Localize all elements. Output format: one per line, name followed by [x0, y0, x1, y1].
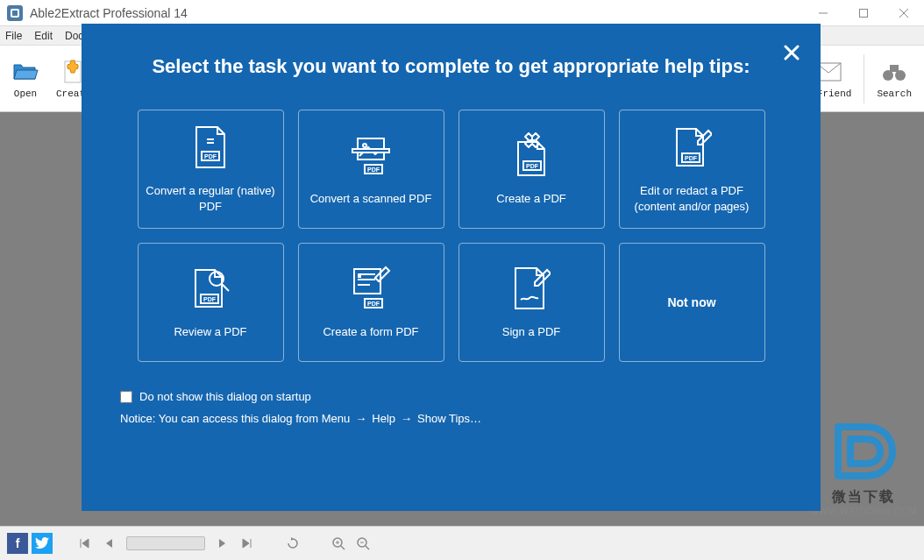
zoom-in-button[interactable] [328, 533, 349, 554]
tile-convert-scanned-pdf[interactable]: PDF Convert a scanned PDF [298, 110, 444, 229]
svg-text:PDF: PDF [685, 155, 698, 161]
next-page-button[interactable] [212, 533, 233, 554]
toolbar-open[interactable]: Open [4, 55, 47, 103]
menu-file[interactable]: File [5, 30, 22, 42]
close-button[interactable] [884, 0, 924, 26]
svg-rect-1 [12, 11, 18, 16]
first-page-button[interactable] [74, 533, 95, 554]
window-title: Able2Extract Professional 14 [30, 6, 803, 20]
toolbar-search[interactable]: Search [868, 55, 920, 103]
svg-rect-25 [352, 149, 389, 152]
svg-rect-3 [860, 9, 868, 17]
page-scrollbar[interactable] [126, 536, 205, 550]
svg-text:PDF: PDF [367, 301, 380, 307]
twitter-button[interactable] [32, 533, 53, 554]
prev-page-button[interactable] [98, 533, 119, 554]
zoom-out-button[interactable] [352, 533, 373, 554]
tile-create-form-pdf[interactable]: PDF Create a form PDF [298, 243, 444, 362]
dialog-heading: Select the task you want to complete to … [120, 55, 782, 78]
form-pdf-icon: PDF [349, 265, 393, 312]
pdf-document-icon: PDF [193, 124, 228, 171]
svg-line-13 [341, 546, 345, 549]
dialog-close-button[interactable] [784, 41, 800, 66]
tile-not-now[interactable]: Not now [619, 243, 765, 362]
rotate-button[interactable] [282, 533, 303, 554]
statusbar: f [0, 526, 924, 560]
task-selector-dialog: Select the task you want to complete to … [82, 24, 821, 511]
svg-text:PDF: PDF [367, 167, 380, 173]
svg-line-17 [366, 546, 369, 549]
svg-point-24 [363, 144, 366, 147]
scanned-pdf-icon: PDF [349, 131, 393, 179]
svg-line-37 [222, 284, 229, 291]
tile-convert-regular-pdf[interactable]: PDF Convert a regular (native) PDF [138, 110, 284, 229]
dont-show-label: Do not show this dialog on startup [139, 390, 311, 403]
svg-text:PDF: PDF [204, 153, 217, 159]
tile-create-pdf[interactable]: PDF Create a PDF [458, 110, 605, 229]
toolbar-separator [864, 54, 864, 103]
maximize-button[interactable] [843, 0, 884, 26]
svg-rect-38 [354, 269, 380, 294]
app-icon [7, 5, 23, 21]
minimize-button[interactable] [803, 0, 843, 26]
svg-text:PDF: PDF [203, 296, 217, 302]
dont-show-checkbox[interactable] [120, 391, 132, 403]
create-pdf-icon: PDF [511, 131, 551, 179]
tile-sign-pdf[interactable]: Sign a PDF [458, 243, 605, 362]
menu-edit[interactable]: Edit [34, 30, 53, 42]
edit-pdf-icon: PDF [672, 124, 712, 171]
sign-pdf-icon [512, 265, 551, 312]
review-pdf-icon: PDF [190, 265, 231, 312]
svg-rect-11 [890, 65, 899, 72]
tile-review-pdf[interactable]: PDF Review a PDF [138, 243, 284, 362]
titlebar: Able2Extract Professional 14 [0, 0, 924, 26]
svg-rect-42 [358, 274, 361, 278]
dialog-notice: Notice: You can access this dialog from … [120, 410, 782, 428]
last-page-button[interactable] [237, 533, 258, 554]
svg-text:PDF: PDF [526, 163, 539, 169]
binoculars-icon [881, 59, 907, 85]
dont-show-checkbox-row[interactable]: Do not show this dialog on startup [120, 390, 782, 403]
folder-open-icon [12, 59, 39, 85]
tile-edit-redact-pdf[interactable]: PDF Edit or redact a PDF (content and/or… [619, 110, 765, 229]
facebook-button[interactable]: f [7, 533, 28, 554]
